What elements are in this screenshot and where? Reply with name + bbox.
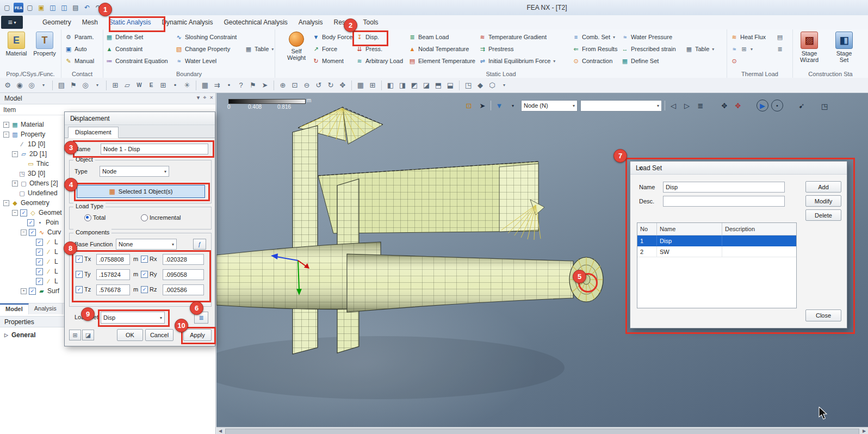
- rotate-right-icon[interactable]: ↻: [325, 80, 336, 91]
- stage-set-button[interactable]: ◧ Stage Set: [831, 32, 857, 63]
- tree-item-line[interactable]: ✓∕L: [36, 266, 58, 276]
- dropdown-icon[interactable]: ▾: [499, 80, 510, 91]
- expand-icon[interactable]: +: [21, 288, 27, 294]
- rotate-left-icon[interactable]: ↺: [313, 80, 324, 91]
- thermal-extra2-button[interactable]: ≣: [775, 44, 785, 54]
- disp-button[interactable]: ↧Disp.: [355, 32, 404, 42]
- main-menu-button[interactable]: ≡ ▾: [1, 16, 23, 29]
- close-icon[interactable]: ×: [636, 164, 645, 173]
- tree-item-undefined[interactable]: ▢Undefined: [18, 188, 58, 198]
- tree-item-1d[interactable]: ∕1D [0]: [18, 139, 45, 149]
- grid-icon[interactable]: ⊞: [110, 80, 121, 91]
- static-table-button[interactable]: ▦Table▾: [684, 44, 715, 54]
- next-selection-icon[interactable]: ▷: [681, 100, 692, 111]
- tree-item-line[interactable]: ✓∕L: [36, 276, 58, 286]
- wireframe-mode-icon[interactable]: ⬡: [487, 80, 498, 91]
- self-weight-button[interactable]: Self Weight: [284, 32, 309, 61]
- ry-input[interactable]: .095058: [163, 269, 204, 280]
- close-button[interactable]: Close: [805, 309, 841, 321]
- tab-analysis[interactable]: Analysis: [293, 15, 328, 29]
- clear-button[interactable]: ◪: [82, 330, 94, 340]
- tx-checkbox[interactable]: ✓: [76, 256, 83, 263]
- render-mode-icon[interactable]: ◆: [475, 80, 486, 91]
- modify-button[interactable]: Modify: [805, 195, 841, 207]
- view-front-icon[interactable]: ◩: [409, 80, 420, 91]
- moment-button[interactable]: ↻Moment: [311, 55, 354, 66]
- base-function-select[interactable]: None ▾: [116, 239, 177, 250]
- load-set-select[interactable]: Disp ▾: [101, 312, 165, 324]
- tree-item-point[interactable]: ✓•Poin: [27, 218, 59, 227]
- tree-item-line[interactable]: ✓∕L: [36, 257, 58, 266]
- delete-button[interactable]: Delete: [805, 209, 841, 221]
- filter-select[interactable]: ▾: [580, 100, 662, 111]
- pan-tool-icon[interactable]: ✥: [719, 100, 730, 111]
- axis-w-icon[interactable]: W: [134, 80, 145, 91]
- function-button[interactable]: ƒ: [193, 239, 206, 250]
- checkbox[interactable]: ✓: [36, 278, 43, 285]
- define-set-button[interactable]: ▦Define Set: [104, 32, 169, 42]
- table-input-button[interactable]: ⊞: [69, 330, 81, 340]
- tree-item-curve[interactable]: −✓∿Curv: [21, 227, 61, 237]
- water-level-button[interactable]: ≈Water Level: [174, 55, 238, 66]
- ty-checkbox[interactable]: ✓: [76, 271, 83, 278]
- walkthrough-icon[interactable]: ➹: [796, 100, 807, 111]
- dropdown-icon[interactable]: ▾: [38, 80, 49, 91]
- tab-geotechnical-analysis[interactable]: Geotechnical Analysis: [218, 15, 293, 29]
- zoom-in-icon[interactable]: ⊕: [277, 80, 288, 91]
- display-style-icon[interactable]: ▼: [494, 100, 505, 111]
- print-icon[interactable]: ▤: [71, 3, 80, 13]
- node-renumber-icon[interactable]: •: [224, 80, 234, 91]
- view-left-icon[interactable]: ⬒: [433, 80, 444, 91]
- scroll-left-icon[interactable]: ◀: [216, 429, 224, 433]
- select-window-icon[interactable]: ⊡: [463, 100, 474, 111]
- mesh-check-icon[interactable]: ▦: [200, 80, 210, 91]
- view-control-icon[interactable]: ◳: [819, 101, 830, 111]
- press-button[interactable]: ⇊Press.: [355, 44, 404, 54]
- dropdown-icon[interactable]: ▾: [92, 80, 103, 91]
- tree-item-2d[interactable]: −▱2D [1]: [12, 149, 47, 159]
- rotate-tool-icon[interactable]: ✥: [733, 100, 743, 111]
- boundary-table-button[interactable]: ▦Table▾: [244, 44, 275, 54]
- desc-input[interactable]: [663, 196, 785, 207]
- measure-icon[interactable]: ➤: [259, 80, 270, 91]
- tab-tools[interactable]: Tools: [358, 15, 384, 29]
- checkbox[interactable]: ✓: [36, 239, 43, 246]
- view-iso-icon[interactable]: ◧: [385, 80, 396, 91]
- force-button[interactable]: ↗Force: [311, 44, 354, 54]
- collapse-icon[interactable]: −: [3, 132, 9, 138]
- pin-icon[interactable]: ⌖: [203, 94, 206, 101]
- rx-checkbox[interactable]: ✓: [141, 256, 148, 263]
- material-button[interactable]: E Material: [3, 32, 29, 57]
- nodal-temperature-button[interactable]: ▲Nodal Temperature: [407, 44, 476, 54]
- table-row[interactable]: 1 Disp: [637, 235, 796, 246]
- apply-button[interactable]: Apply: [183, 329, 212, 341]
- tree-item-geometry[interactable]: −◆Geometry: [3, 198, 49, 208]
- selection-list-icon[interactable]: ≣: [695, 100, 706, 111]
- record-icon[interactable]: •: [771, 100, 783, 111]
- star-icon[interactable]: ✳: [182, 80, 193, 91]
- pan-icon[interactable]: ✥: [337, 80, 348, 91]
- heat-flux-button[interactable]: ≋Heat Flux: [729, 32, 767, 42]
- zoom-window-icon[interactable]: ⊡: [289, 80, 300, 91]
- checkbox[interactable]: ✓: [29, 288, 36, 295]
- view-right-icon[interactable]: ◪: [421, 80, 432, 91]
- prescribed-strain-button[interactable]: ↔Prescribed strain: [620, 44, 677, 54]
- pick-icon[interactable]: ➤: [477, 100, 488, 111]
- save-all-icon[interactable]: ◫: [59, 3, 69, 13]
- total-radio[interactable]: [84, 214, 91, 221]
- ok-button[interactable]: OK: [117, 329, 143, 341]
- name-input[interactable]: Node 1 - Disp: [101, 144, 208, 154]
- expand-icon[interactable]: +: [3, 122, 9, 128]
- ry-checkbox[interactable]: ✓: [141, 271, 148, 278]
- query-icon[interactable]: ?: [235, 80, 246, 91]
- new-file-icon[interactable]: ▢: [25, 3, 35, 13]
- beam-load-button[interactable]: ≣Beam Load: [407, 32, 476, 42]
- convection-button[interactable]: ≈⊞▾: [729, 44, 767, 54]
- collapse-icon[interactable]: −: [12, 210, 18, 216]
- tab-static-analysis[interactable]: Static Analysis: [103, 15, 156, 29]
- change-property-button[interactable]: ▧Change Property: [174, 44, 238, 54]
- axis-e-icon[interactable]: E: [146, 80, 157, 91]
- comb-set-button[interactable]: ≡Comb. Set▾: [571, 32, 618, 42]
- snap-grid-icon[interactable]: ⊞: [158, 80, 169, 91]
- properties-general-row[interactable]: ▷ General: [0, 331, 36, 339]
